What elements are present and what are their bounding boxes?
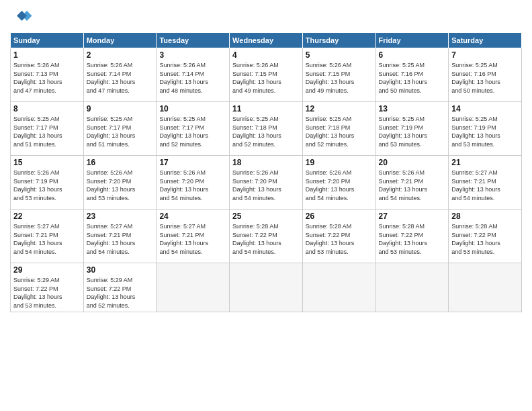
day-info: Sunrise: 5:26 AM Sunset: 7:21 PM Dayligh… [379,169,446,202]
day-number: 27 [379,212,446,221]
day-info: Sunrise: 5:25 AM Sunset: 7:18 PM Dayligh… [232,115,300,148]
logo [10,7,33,27]
day-info: Sunrise: 5:28 AM Sunset: 7:22 PM Dayligh… [306,222,373,256]
calendar-table: SundayMondayTuesdayWednesdayThursdayFrid… [10,32,522,312]
calendar-cell: 24Sunrise: 5:27 AM Sunset: 7:21 PM Dayli… [157,210,230,263]
day-number: 24 [159,212,226,221]
day-info: Sunrise: 5:26 AM Sunset: 7:13 PM Dayligh… [13,61,81,95]
calendar-cell: 28Sunrise: 5:28 AM Sunset: 7:22 PM Dayli… [449,210,522,263]
calendar-cell: 17Sunrise: 5:26 AM Sunset: 7:20 PM Dayli… [157,156,230,210]
day-number: 20 [379,158,446,167]
day-info: Sunrise: 5:27 AM Sunset: 7:21 PM Dayligh… [159,222,226,256]
day-info: Sunrise: 5:25 AM Sunset: 7:19 PM Dayligh… [379,115,446,148]
day-info: Sunrise: 5:25 AM Sunset: 7:16 PM Dayligh… [379,61,446,95]
day-number: 15 [13,158,81,167]
day-info: Sunrise: 5:26 AM Sunset: 7:15 PM Dayligh… [306,61,373,95]
day-number: 13 [379,104,446,113]
weekday-header-sunday: Sunday [11,33,84,48]
calendar-cell: 3Sunrise: 5:26 AM Sunset: 7:14 PM Daylig… [157,48,230,102]
day-number: 25 [232,212,300,221]
calendar-cell: 2Sunrise: 5:26 AM Sunset: 7:14 PM Daylig… [83,48,157,102]
day-number: 6 [379,50,446,60]
header [10,7,522,27]
calendar-cell: 30Sunrise: 5:29 AM Sunset: 7:22 PM Dayli… [83,263,157,312]
weekday-header-wednesday: Wednesday [230,33,303,48]
day-info: Sunrise: 5:28 AM Sunset: 7:22 PM Dayligh… [232,222,300,256]
weekday-header-friday: Friday [375,33,449,48]
calendar-cell: 10Sunrise: 5:25 AM Sunset: 7:17 PM Dayli… [157,102,230,156]
day-number: 22 [13,212,81,221]
day-number: 7 [451,50,519,60]
calendar-cell: 25Sunrise: 5:28 AM Sunset: 7:22 PM Dayli… [230,210,303,263]
week-row-1: 1Sunrise: 5:26 AM Sunset: 7:13 PM Daylig… [11,48,522,102]
calendar-cell: 13Sunrise: 5:25 AM Sunset: 7:19 PM Dayli… [375,102,449,156]
weekday-header-thursday: Thursday [302,33,375,48]
calendar-cell: 4Sunrise: 5:26 AM Sunset: 7:15 PM Daylig… [230,48,303,102]
calendar-cell [230,263,303,312]
calendar-cell: 18Sunrise: 5:26 AM Sunset: 7:20 PM Dayli… [230,156,303,210]
day-info: Sunrise: 5:25 AM Sunset: 7:17 PM Dayligh… [159,115,226,148]
day-info: Sunrise: 5:27 AM Sunset: 7:21 PM Dayligh… [13,222,81,256]
day-info: Sunrise: 5:26 AM Sunset: 7:20 PM Dayligh… [306,169,373,202]
calendar-cell [302,263,375,312]
day-info: Sunrise: 5:27 AM Sunset: 7:21 PM Dayligh… [87,222,154,256]
day-number: 14 [451,104,519,113]
calendar-cell: 1Sunrise: 5:26 AM Sunset: 7:13 PM Daylig… [11,48,84,102]
calendar-cell: 15Sunrise: 5:26 AM Sunset: 7:19 PM Dayli… [11,156,84,210]
day-info: Sunrise: 5:29 AM Sunset: 7:22 PM Dayligh… [13,276,81,310]
calendar-cell [375,263,449,312]
weekday-header-monday: Monday [83,33,157,48]
calendar-cell: 26Sunrise: 5:28 AM Sunset: 7:22 PM Dayli… [302,210,375,263]
day-info: Sunrise: 5:26 AM Sunset: 7:14 PM Dayligh… [159,61,226,95]
calendar-cell [157,263,230,312]
calendar-cell: 5Sunrise: 5:26 AM Sunset: 7:15 PM Daylig… [302,48,375,102]
day-info: Sunrise: 5:29 AM Sunset: 7:22 PM Dayligh… [87,276,154,310]
week-row-4: 22Sunrise: 5:27 AM Sunset: 7:21 PM Dayli… [11,210,522,263]
calendar-cell: 23Sunrise: 5:27 AM Sunset: 7:21 PM Dayli… [83,210,157,263]
day-number: 28 [451,212,519,221]
weekday-header-saturday: Saturday [449,33,522,48]
calendar-cell: 21Sunrise: 5:27 AM Sunset: 7:21 PM Dayli… [449,156,522,210]
day-info: Sunrise: 5:25 AM Sunset: 7:16 PM Dayligh… [451,61,519,95]
day-number: 2 [87,50,154,60]
day-info: Sunrise: 5:26 AM Sunset: 7:20 PM Dayligh… [87,169,154,202]
weekday-header-row: SundayMondayTuesdayWednesdayThursdayFrid… [11,33,522,48]
day-number: 16 [87,158,154,167]
day-info: Sunrise: 5:26 AM Sunset: 7:20 PM Dayligh… [232,169,300,202]
calendar-cell: 11Sunrise: 5:25 AM Sunset: 7:18 PM Dayli… [230,102,303,156]
day-info: Sunrise: 5:28 AM Sunset: 7:22 PM Dayligh… [451,222,519,256]
day-info: Sunrise: 5:25 AM Sunset: 7:19 PM Dayligh… [451,115,519,148]
day-number: 11 [232,104,300,113]
day-number: 1 [13,50,81,60]
day-number: 10 [159,104,226,113]
calendar-cell: 29Sunrise: 5:29 AM Sunset: 7:22 PM Dayli… [11,263,84,312]
week-row-3: 15Sunrise: 5:26 AM Sunset: 7:19 PM Dayli… [11,156,522,210]
calendar-cell: 22Sunrise: 5:27 AM Sunset: 7:21 PM Dayli… [11,210,84,263]
day-info: Sunrise: 5:25 AM Sunset: 7:17 PM Dayligh… [87,115,154,148]
day-number: 26 [306,212,373,221]
day-info: Sunrise: 5:26 AM Sunset: 7:19 PM Dayligh… [13,169,81,202]
day-number: 12 [306,104,373,113]
day-number: 21 [451,158,519,167]
day-number: 5 [306,50,373,60]
calendar-cell: 7Sunrise: 5:25 AM Sunset: 7:16 PM Daylig… [449,48,522,102]
week-row-2: 8Sunrise: 5:25 AM Sunset: 7:17 PM Daylig… [11,102,522,156]
calendar-cell: 12Sunrise: 5:25 AM Sunset: 7:18 PM Dayli… [302,102,375,156]
day-number: 8 [13,104,81,113]
day-number: 18 [232,158,300,167]
day-info: Sunrise: 5:25 AM Sunset: 7:17 PM Dayligh… [13,115,81,148]
calendar-cell: 16Sunrise: 5:26 AM Sunset: 7:20 PM Dayli… [83,156,157,210]
day-number: 23 [87,212,154,221]
day-info: Sunrise: 5:26 AM Sunset: 7:20 PM Dayligh… [159,169,226,202]
calendar-cell: 27Sunrise: 5:28 AM Sunset: 7:22 PM Dayli… [375,210,449,263]
week-row-5: 29Sunrise: 5:29 AM Sunset: 7:22 PM Dayli… [11,263,522,312]
day-info: Sunrise: 5:27 AM Sunset: 7:21 PM Dayligh… [451,169,519,202]
day-number: 4 [232,50,300,60]
calendar-cell: 8Sunrise: 5:25 AM Sunset: 7:17 PM Daylig… [11,102,84,156]
day-info: Sunrise: 5:28 AM Sunset: 7:22 PM Dayligh… [379,222,446,256]
calendar-container: SundayMondayTuesdayWednesdayThursdayFrid… [0,0,532,319]
logo-icon [13,7,33,27]
calendar-cell [449,263,522,312]
day-number: 29 [13,265,81,275]
weekday-header-tuesday: Tuesday [157,33,230,48]
